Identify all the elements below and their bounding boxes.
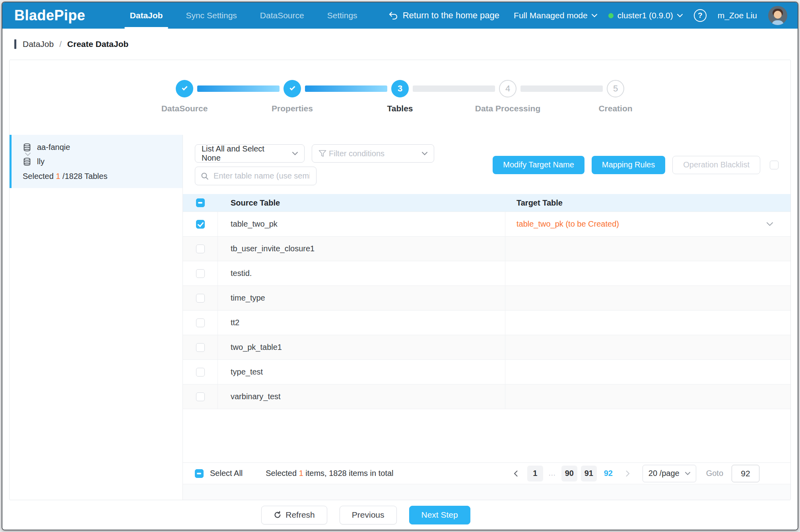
source-table-cell: tb_user_invite_closure1 [218,237,505,261]
header-checkbox[interactable] [196,198,205,207]
chevron-down-icon [592,14,597,17]
check-icon [176,80,193,97]
create-datajob-card: DataSource Properties 3 Tables 4 Data Pr… [9,60,791,500]
nav-tab-datasource[interactable]: DataSource [254,2,311,29]
list-mode-select[interactable]: List All and Select None [195,144,305,163]
cluster-dropdown[interactable]: cluster1 (0.9.0) [608,11,683,20]
target-database-item[interactable]: lly [23,157,175,166]
step-connector [305,85,387,92]
source-table-cell: testid. [218,261,505,285]
table-row[interactable]: two_pk_table1 [183,335,790,359]
breadcrumb: DataJob / Create DataJob [2,29,798,60]
refresh-button[interactable]: Refresh [261,506,327,524]
filter-conditions-select[interactable]: Filter conditions [312,144,434,163]
select-all-label: Select All [210,469,243,478]
pagination-ellipsis: ... [547,469,558,478]
source-table-cell: time_type [218,286,505,310]
check-icon [283,80,301,97]
bladepipe-logo: BladePipe [14,7,85,24]
table-row[interactable]: type_test [183,359,790,384]
page-title: Create DataJob [67,39,128,49]
step-connector [413,85,495,92]
row-checkbox[interactable] [196,269,205,278]
goto-page-input[interactable] [732,465,759,482]
previous-button[interactable]: Previous [340,506,397,524]
row-checkbox[interactable] [196,220,205,229]
source-table-cell: two_pk_table1 [218,335,505,359]
main-nav: DataJob Sync Settings DataSource Setting… [124,2,374,29]
search-icon [201,172,209,180]
page-button[interactable]: 91 [581,466,597,482]
table-search [195,167,317,185]
row-checkbox[interactable] [196,392,205,401]
row-checkbox[interactable] [196,343,205,352]
target-table-cell [505,384,790,409]
select-all-checkbox[interactable] [195,469,204,478]
table-row[interactable]: tt2 [183,310,790,335]
page-size-select[interactable]: 20 /page [643,465,696,482]
source-database-item[interactable]: aa-fanqie [23,143,175,152]
user-name[interactable]: m_Zoe Liu [718,11,757,20]
nav-tab-settings[interactable]: Settings [321,2,364,29]
step-connector [520,85,603,92]
breadcrumb-separator: / [59,39,62,49]
return-home-button[interactable]: Return to the home page [388,10,499,21]
navbar: BladePipe DataJob Sync Settings DataSour… [2,2,798,29]
operation-blacklist-button[interactable]: Operation Blacklist [672,156,760,174]
selected-database-panel[interactable]: aa-fanqie lly Selected 1 /1828 Tables [10,135,183,188]
database-icon [23,157,31,166]
wizard-actions: Refresh Previous Next Step [2,500,798,530]
next-step-button[interactable]: Next Step [409,506,470,524]
target-table-dropdown[interactable]: table_two_pk (to be Created) [505,212,790,236]
database-sidebar: aa-fanqie lly Selected 1 /1828 Tables [10,135,183,500]
search-input[interactable] [213,171,311,181]
row-checkbox[interactable] [196,294,205,303]
nav-tab-datajob[interactable]: DataJob [124,2,169,29]
row-checkbox[interactable] [196,368,205,377]
next-page-button[interactable] [620,466,636,482]
chevron-down-icon [25,153,175,156]
step-data-processing: 4 Data Processing [499,80,517,97]
modify-target-name-button[interactable]: Modify Target Name [493,156,584,174]
pagination: 1 ... 90 91 92 20 /page Goto [508,465,759,482]
navbar-right: Full Managed mode cluster1 (0.9.0) ? m_Z… [514,6,798,25]
help-icon[interactable]: ? [694,9,707,22]
chevron-down-icon [292,152,298,155]
target-table-cell [505,286,790,310]
mapping-rules-button[interactable]: Mapping Rules [592,156,665,174]
blacklist-checkbox[interactable] [770,161,779,169]
app-window: BladePipe DataJob Sync Settings DataSour… [2,2,798,530]
row-checkbox[interactable] [196,245,205,253]
page-button[interactable]: 1 [527,466,543,482]
prev-page-button[interactable] [508,466,524,482]
page-button[interactable]: 90 [561,466,577,482]
breadcrumb-parent[interactable]: DataJob [23,39,54,49]
database-icon [23,143,31,152]
managed-mode-dropdown[interactable]: Full Managed mode [514,11,597,20]
stepper: DataSource Properties 3 Tables 4 Data Pr… [10,60,790,135]
chevron-down-icon [422,152,427,155]
target-table-cell [505,360,790,384]
page-button-current[interactable]: 92 [600,466,616,482]
table-row[interactable]: varbinary_test [183,384,790,409]
selection-summary: Selected 1 items, 1828 items in total [266,469,393,478]
table-row[interactable]: testid. [183,261,790,285]
return-home-label: Return to the home page [403,10,499,21]
filter-icon [318,150,326,157]
column-target-table: Target Table [505,194,790,212]
avatar[interactable] [768,6,787,25]
refresh-icon [274,511,282,519]
step-tables: 3 Tables [391,80,409,97]
table-row[interactable]: tb_user_invite_closure1 [183,236,790,261]
row-checkbox[interactable] [196,318,205,327]
cluster-status-dot [608,13,614,18]
table-row[interactable]: time_type [183,285,790,310]
tables-table: Source Table Target Table table_two_pk t… [183,194,790,409]
table-row[interactable]: table_two_pk table_two_pk (to be Created… [183,212,790,236]
source-table-cell: type_test [218,360,505,384]
nav-tab-sync-settings[interactable]: Sync Settings [179,2,243,29]
tables-main: List All and Select None Filter conditio… [183,135,790,500]
step-properties: Properties [283,80,301,97]
goto-label: Goto [706,469,723,478]
target-table-cell [505,237,790,261]
